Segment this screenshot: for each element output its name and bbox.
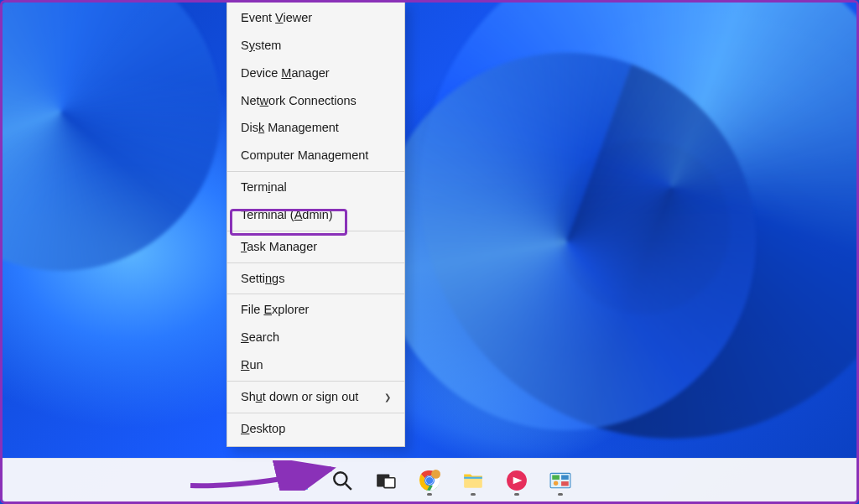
desktop-wallpaper [3, 3, 856, 501]
menu-separator [227, 231, 404, 231]
chrome-icon [419, 470, 440, 491]
svg-point-19 [554, 481, 558, 485]
svg-rect-7 [384, 477, 395, 487]
search-icon [331, 470, 353, 491]
menu-computer-management[interactable]: Computer Management [227, 142, 404, 169]
menu-separator [227, 294, 404, 294]
windows-icon [288, 470, 310, 491]
menu-network-connections[interactable]: Network Connections [227, 87, 404, 115]
winx-context-menu: Event Viewer System Device Manager Netwo… [226, 3, 405, 447]
control-panel-button[interactable] [544, 464, 577, 497]
svg-rect-18 [561, 475, 569, 479]
svg-rect-1 [299, 471, 308, 480]
svg-rect-0 [289, 471, 298, 480]
menu-task-manager[interactable]: Task Manager [227, 233, 404, 261]
svg-point-11 [426, 476, 433, 483]
menu-settings[interactable]: Settings [227, 265, 404, 293]
svg-rect-14 [464, 476, 482, 478]
svg-point-4 [334, 472, 346, 485]
taskview-icon [375, 470, 397, 491]
search-button[interactable] [325, 464, 359, 497]
svg-rect-17 [552, 475, 560, 479]
chrome-button[interactable] [413, 464, 446, 497]
menu-shutdown-signout[interactable]: Shut down or sign out ❯ [227, 383, 404, 411]
menu-disk-management[interactable]: Disk Management [227, 114, 404, 142]
svg-point-12 [431, 470, 440, 479]
control-panel-icon [549, 470, 571, 491]
menu-separator [227, 171, 404, 172]
menu-terminal[interactable]: Terminal [227, 174, 404, 201]
app-button[interactable] [500, 464, 534, 497]
menu-system[interactable]: System [227, 32, 404, 60]
explorer-icon [462, 470, 484, 491]
svg-rect-3 [299, 481, 308, 490]
task-view-button[interactable] [369, 464, 403, 497]
menu-event-viewer[interactable]: Event Viewer [227, 4, 404, 32]
menu-search[interactable]: Search [227, 324, 404, 351]
round-app-icon [506, 470, 528, 491]
svg-rect-2 [289, 481, 298, 490]
menu-separator [227, 381, 404, 382]
menu-terminal-admin[interactable]: Terminal (Admin) [227, 201, 404, 229]
menu-separator [227, 413, 404, 413]
svg-line-5 [346, 483, 351, 489]
menu-separator [227, 262, 404, 263]
menu-desktop[interactable]: Desktop [227, 415, 404, 443]
svg-rect-20 [561, 481, 569, 486]
menu-run[interactable]: Run [227, 351, 404, 379]
menu-file-explorer[interactable]: File Explorer [227, 296, 404, 324]
chevron-right-icon: ❯ [384, 392, 393, 403]
taskbar [3, 458, 856, 501]
menu-device-manager[interactable]: Device Manager [227, 60, 404, 87]
file-explorer-button[interactable] [456, 464, 490, 497]
start-button[interactable] [282, 464, 315, 497]
